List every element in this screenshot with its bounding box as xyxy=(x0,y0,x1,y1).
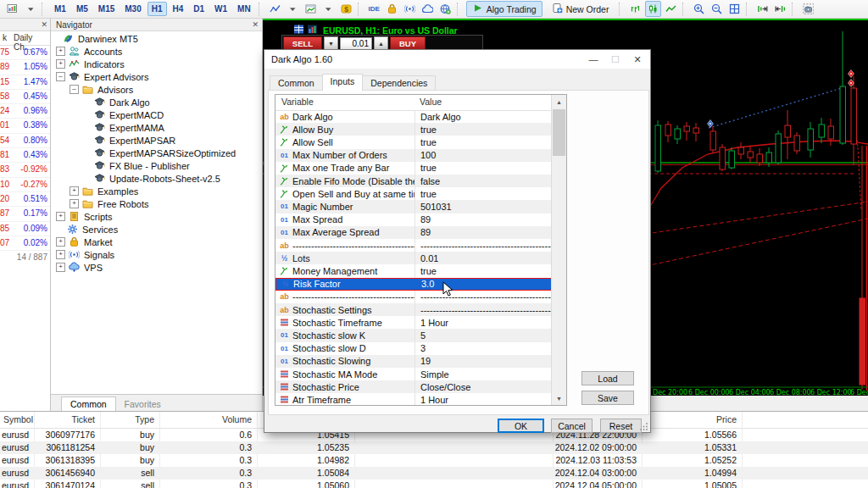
tree-item-expert-advisors[interactable]: –Expert Advisors xyxy=(51,70,262,83)
tree-expander-icon[interactable]: + xyxy=(70,199,79,208)
save-button[interactable]: Save xyxy=(581,391,634,405)
tree-item-scripts[interactable]: +Scripts xyxy=(51,210,262,223)
value-cell[interactable]: ----------------------------------------… xyxy=(415,303,554,316)
history-row[interactable]: eurusd3061470124sell0.31.050602024.12.04… xyxy=(0,480,868,488)
value-cell[interactable]: true xyxy=(415,162,554,175)
tree-item-market[interactable]: +Market xyxy=(51,236,262,248)
column-header-type[interactable]: Type xyxy=(100,414,154,424)
input-row-lots[interactable]: ½Lots0.01 xyxy=(275,252,554,264)
timeframe-mn-button[interactable]: MN xyxy=(233,2,255,16)
tree-item-vps[interactable]: +VPS xyxy=(51,261,262,274)
dialog-titlebar[interactable]: Dark Algo 1.60 — ☐ ✕ xyxy=(264,50,650,69)
tab-common[interactable]: Common xyxy=(61,396,116,411)
line-chart-icon[interactable] xyxy=(267,1,283,17)
value-cell[interactable]: true xyxy=(415,136,554,148)
timeframe-d1-button[interactable]: D1 xyxy=(189,2,209,16)
tree-item-indicators[interactable]: +Indicators xyxy=(51,58,262,70)
input-row-allow-sell[interactable]: Allow Selltrue xyxy=(275,136,554,148)
tree-item-expertmama[interactable]: ExpertMAMA xyxy=(51,121,262,134)
input-row-max-spread[interactable]: 01Max Spread89 xyxy=(275,214,554,226)
tab-inputs[interactable]: Inputs xyxy=(322,74,364,91)
line-type-icon[interactable] xyxy=(663,1,679,17)
tree-item-accounts[interactable]: +Accounts xyxy=(51,45,262,58)
value-cell[interactable]: 19 xyxy=(415,355,554,368)
bar-chart-icon[interactable] xyxy=(627,1,643,17)
input-row-stochastic-ma-mode[interactable]: Stochastic MA ModeSimple xyxy=(275,368,554,380)
close-icon[interactable]: ✕ xyxy=(626,52,648,67)
value-cell[interactable]: Close/Close xyxy=(415,380,554,393)
close-icon[interactable]: ✕ xyxy=(252,20,259,29)
cancel-button[interactable]: Cancel xyxy=(551,419,593,433)
scrollbar-thumb[interactable] xyxy=(553,109,565,156)
tree-item-update-robots-sheet-v2-5[interactable]: Update-Robots-Sheet-v2.5 xyxy=(51,172,262,185)
column-header-symbol[interactable]: Symbol xyxy=(3,414,33,424)
input-row-stochastic-slowing[interactable]: 01Stochastic Slowing19 xyxy=(275,355,554,368)
scroll-up-icon[interactable]: ▲ xyxy=(552,95,566,108)
input-row-stochastic-timeframe[interactable]: Stochastic Timeframe1 Hour xyxy=(275,316,554,329)
tree-item-signals[interactable]: +Signals xyxy=(51,248,262,261)
signals-icon[interactable] xyxy=(402,1,418,17)
column-header-ticket[interactable]: Ticket xyxy=(34,414,95,424)
value-cell[interactable]: 501031 xyxy=(415,200,554,213)
tree-item-examples[interactable]: +Examples xyxy=(51,185,262,197)
input-row-enable-fifo-mode-disable-the-followin-[interactable]: Enable Fifo Mode (Disable the followin..… xyxy=(275,175,554,187)
resize-grip[interactable] xyxy=(640,422,648,430)
camera-icon[interactable] xyxy=(800,1,816,17)
value-cell[interactable]: 1 Hour xyxy=(415,393,554,406)
minimize-icon[interactable]: — xyxy=(582,52,604,67)
history-row[interactable]: eurusd3061318395buy0.31.049822024.12.03 … xyxy=(0,454,868,467)
value-cell[interactable]: true xyxy=(415,264,554,277)
input-row-stochastic-settings[interactable]: abStochastic Settings-------------------… xyxy=(275,303,554,316)
shift-left-icon[interactable] xyxy=(772,1,788,17)
dropdown-arrow-icon[interactable] xyxy=(22,1,38,17)
scrollbar[interactable]: ▲ ▼ xyxy=(551,95,566,405)
tree-item-expertmapsarsizeoptimized[interactable]: ExpertMAPSARSizeOptimized xyxy=(51,147,262,159)
history-row[interactable]: eurusd3061181254buy0.31.052352024.12.02 … xyxy=(0,441,868,454)
tree-item-fx-blue-publisher[interactable]: FX Blue - Publisher xyxy=(51,159,262,172)
tree-expander-icon[interactable]: + xyxy=(56,237,65,247)
value-cell[interactable]: 3.0 xyxy=(415,279,553,290)
timeframe-w1-button[interactable]: W1 xyxy=(210,2,231,16)
tree-item-darwinex-mt5[interactable]: Darwinex MT5 xyxy=(51,32,262,45)
dropdown-arrow-icon[interactable] xyxy=(320,1,337,17)
value-cell[interactable]: 3 xyxy=(415,342,554,355)
tab-favorites[interactable]: Favorites xyxy=(116,397,170,411)
input-row-max-number-of-orders[interactable]: 01Max Number of Orders100 xyxy=(275,149,554,162)
market-watch-row[interactable]: 850.09% xyxy=(0,222,50,236)
timeframe-h1-button[interactable]: H1 xyxy=(147,2,167,16)
timeframe-m30-button[interactable]: M30 xyxy=(120,2,145,16)
market-bag-icon[interactable] xyxy=(384,1,400,17)
indicators-icon[interactable] xyxy=(303,1,319,17)
market-watch-row[interactable]: 83-0.92% xyxy=(0,163,50,177)
input-row-risk-factor[interactable]: ½Risk Factor3.0 xyxy=(275,278,554,291)
timeframe-m15-button[interactable]: M15 xyxy=(94,2,119,16)
input-row-magic-number[interactable]: 01Magic Number501031 xyxy=(275,200,554,213)
timeframe-m5-button[interactable]: M5 xyxy=(72,2,92,16)
market-watch-row[interactable]: 580.45% xyxy=(0,90,50,104)
tree-expander-icon[interactable]: + xyxy=(56,263,65,272)
ok-button[interactable]: OK xyxy=(498,419,544,433)
tree-expander-icon[interactable]: + xyxy=(56,212,65,221)
value-cell[interactable]: Simple xyxy=(415,368,554,380)
ide-icon[interactable]: IDE xyxy=(366,1,382,17)
value-cell[interactable]: 0.01 xyxy=(415,252,554,264)
tree-expander-icon[interactable]: – xyxy=(56,72,65,81)
input-row-stochastic-price[interactable]: Stochastic PriceClose/Close xyxy=(275,380,554,393)
timeframe-h4-button[interactable]: H4 xyxy=(169,2,188,16)
zoom-in-icon[interactable] xyxy=(691,1,707,17)
value-cell[interactable]: 100 xyxy=(415,149,554,162)
market-watch-row[interactable]: 540.80% xyxy=(0,134,50,148)
tree-item-expertmacd[interactable]: ExpertMACD xyxy=(51,108,262,121)
tree-expander-icon[interactable]: + xyxy=(70,186,79,196)
market-watch-row[interactable]: 010.38% xyxy=(0,119,50,133)
load-button[interactable]: Load xyxy=(581,371,634,385)
tree-expander-icon[interactable]: + xyxy=(56,250,65,259)
value-cell[interactable]: true xyxy=(415,187,554,200)
market-watch-row[interactable]: 870.17% xyxy=(0,207,50,221)
cloud-icon[interactable] xyxy=(420,1,436,17)
tile-windows-icon[interactable] xyxy=(726,1,743,17)
value-cell[interactable]: ----------------------------------------… xyxy=(415,239,554,252)
candlestick-icon[interactable] xyxy=(645,1,661,17)
input-row--[interactable]: ab--------------------------------------… xyxy=(275,291,554,303)
column-header-price[interactable]: Price xyxy=(642,414,737,424)
